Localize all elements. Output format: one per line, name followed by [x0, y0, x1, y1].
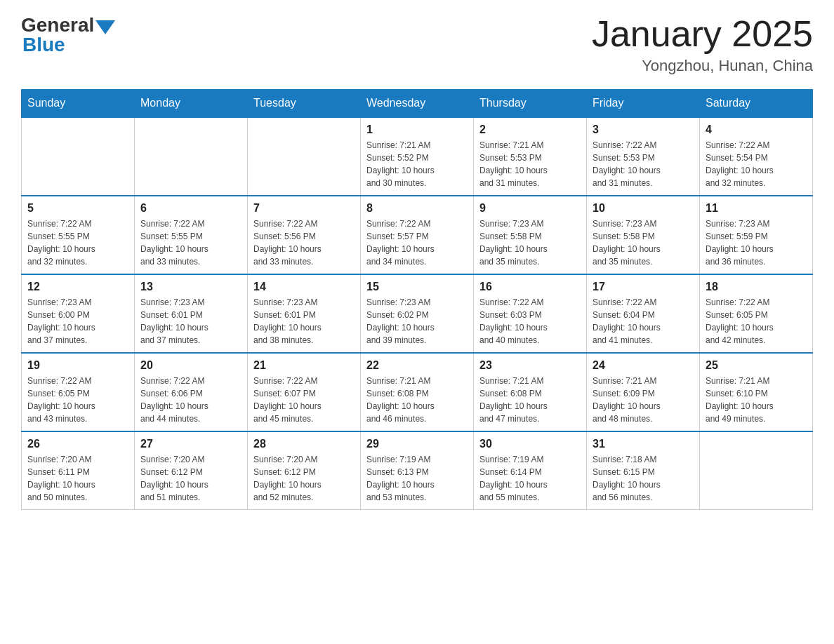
day-info-text: Sunrise: 7:23 AM Sunset: 6:01 PM Dayligh…	[253, 296, 355, 347]
day-number: 20	[140, 359, 241, 372]
day-cell: 5Sunrise: 7:22 AM Sunset: 5:55 PM Daylig…	[22, 196, 135, 274]
logo-triangle-icon	[95, 20, 115, 34]
day-cell: 20Sunrise: 7:22 AM Sunset: 6:06 PM Dayli…	[135, 353, 248, 431]
day-cell: 25Sunrise: 7:21 AM Sunset: 6:10 PM Dayli…	[700, 353, 813, 431]
week-row-2: 5Sunrise: 7:22 AM Sunset: 5:55 PM Daylig…	[22, 196, 813, 274]
day-info-text: Sunrise: 7:22 AM Sunset: 5:56 PM Dayligh…	[253, 217, 355, 268]
week-row-5: 26Sunrise: 7:20 AM Sunset: 6:11 PM Dayli…	[22, 431, 813, 510]
day-number: 24	[593, 359, 694, 372]
day-number: 15	[366, 281, 468, 293]
calendar-header-row: SundayMondayTuesdayWednesdayThursdayFrid…	[22, 90, 813, 118]
day-info-text: Sunrise: 7:23 AM Sunset: 5:58 PM Dayligh…	[593, 217, 694, 268]
day-info-text: Sunrise: 7:23 AM Sunset: 5:58 PM Dayligh…	[479, 217, 581, 268]
day-info-text: Sunrise: 7:22 AM Sunset: 5:54 PM Dayligh…	[706, 139, 807, 189]
day-cell: 10Sunrise: 7:23 AM Sunset: 5:58 PM Dayli…	[587, 196, 700, 274]
day-cell: 29Sunrise: 7:19 AM Sunset: 6:13 PM Dayli…	[361, 431, 474, 510]
day-number: 27	[140, 438, 241, 450]
location-subtitle: Yongzhou, Hunan, China	[592, 57, 813, 75]
day-info-text: Sunrise: 7:22 AM Sunset: 6:04 PM Dayligh…	[593, 296, 694, 347]
day-info-text: Sunrise: 7:20 AM Sunset: 6:12 PM Dayligh…	[253, 453, 355, 504]
day-number: 17	[593, 281, 694, 293]
day-cell: 16Sunrise: 7:22 AM Sunset: 6:03 PM Dayli…	[474, 274, 587, 353]
day-cell	[135, 117, 248, 196]
day-number: 7	[253, 202, 355, 215]
day-cell: 14Sunrise: 7:23 AM Sunset: 6:01 PM Dayli…	[248, 274, 361, 353]
day-info-text: Sunrise: 7:19 AM Sunset: 6:13 PM Dayligh…	[366, 453, 468, 504]
day-info-text: Sunrise: 7:21 AM Sunset: 5:52 PM Dayligh…	[366, 139, 468, 189]
day-number: 2	[479, 123, 581, 136]
day-info-text: Sunrise: 7:21 AM Sunset: 6:08 PM Dayligh…	[366, 375, 468, 425]
day-cell: 19Sunrise: 7:22 AM Sunset: 6:05 PM Dayli…	[22, 353, 135, 431]
day-cell: 7Sunrise: 7:22 AM Sunset: 5:56 PM Daylig…	[248, 196, 361, 274]
day-cell: 6Sunrise: 7:22 AM Sunset: 5:55 PM Daylig…	[135, 196, 248, 274]
day-info-text: Sunrise: 7:22 AM Sunset: 5:57 PM Dayligh…	[366, 217, 468, 268]
day-number: 25	[706, 359, 807, 372]
column-header-monday: Monday	[135, 90, 248, 118]
day-number: 11	[706, 202, 807, 215]
day-info-text: Sunrise: 7:18 AM Sunset: 6:15 PM Dayligh…	[593, 453, 694, 504]
week-row-3: 12Sunrise: 7:23 AM Sunset: 6:00 PM Dayli…	[22, 274, 813, 353]
day-cell	[22, 117, 135, 196]
day-info-text: Sunrise: 7:21 AM Sunset: 6:09 PM Dayligh…	[593, 375, 694, 425]
day-cell: 30Sunrise: 7:19 AM Sunset: 6:14 PM Dayli…	[474, 431, 587, 510]
day-cell: 26Sunrise: 7:20 AM Sunset: 6:11 PM Dayli…	[22, 431, 135, 510]
day-info-text: Sunrise: 7:23 AM Sunset: 6:01 PM Dayligh…	[140, 296, 241, 347]
day-info-text: Sunrise: 7:22 AM Sunset: 5:53 PM Dayligh…	[593, 139, 694, 189]
day-cell: 22Sunrise: 7:21 AM Sunset: 6:08 PM Dayli…	[361, 353, 474, 431]
day-info-text: Sunrise: 7:22 AM Sunset: 5:55 PM Dayligh…	[27, 217, 128, 268]
day-info-text: Sunrise: 7:19 AM Sunset: 6:14 PM Dayligh…	[479, 453, 581, 504]
day-number: 3	[593, 123, 694, 136]
day-number: 9	[479, 202, 581, 215]
day-number: 26	[27, 438, 128, 450]
day-cell: 21Sunrise: 7:22 AM Sunset: 6:07 PM Dayli…	[248, 353, 361, 431]
day-cell: 31Sunrise: 7:18 AM Sunset: 6:15 PM Dayli…	[587, 431, 700, 510]
day-number: 1	[366, 123, 468, 136]
day-number: 12	[27, 281, 128, 293]
day-info-text: Sunrise: 7:23 AM Sunset: 5:59 PM Dayligh…	[706, 217, 807, 268]
day-cell: 1Sunrise: 7:21 AM Sunset: 5:52 PM Daylig…	[361, 117, 474, 196]
day-info-text: Sunrise: 7:23 AM Sunset: 6:00 PM Dayligh…	[27, 296, 128, 347]
page-header: General Blue January 2025 Yongzhou, Huna…	[21, 14, 813, 75]
day-cell: 17Sunrise: 7:22 AM Sunset: 6:04 PM Dayli…	[587, 274, 700, 353]
day-number: 31	[593, 438, 694, 450]
day-cell: 18Sunrise: 7:22 AM Sunset: 6:05 PM Dayli…	[700, 274, 813, 353]
calendar-table: SundayMondayTuesdayWednesdayThursdayFrid…	[21, 89, 813, 510]
week-row-4: 19Sunrise: 7:22 AM Sunset: 6:05 PM Dayli…	[22, 353, 813, 431]
day-number: 19	[27, 359, 128, 372]
day-number: 21	[253, 359, 355, 372]
day-number: 18	[706, 281, 807, 293]
day-info-text: Sunrise: 7:21 AM Sunset: 6:10 PM Dayligh…	[706, 375, 807, 425]
title-block: January 2025 Yongzhou, Hunan, China	[592, 14, 813, 75]
day-number: 14	[253, 281, 355, 293]
day-cell: 12Sunrise: 7:23 AM Sunset: 6:00 PM Dayli…	[22, 274, 135, 353]
day-number: 16	[479, 281, 581, 293]
day-number: 6	[140, 202, 241, 215]
day-info-text: Sunrise: 7:23 AM Sunset: 6:02 PM Dayligh…	[366, 296, 468, 347]
day-info-text: Sunrise: 7:21 AM Sunset: 6:08 PM Dayligh…	[479, 375, 581, 425]
logo-blue-text: Blue	[22, 34, 65, 56]
day-number: 28	[253, 438, 355, 450]
day-number: 8	[366, 202, 468, 215]
day-number: 13	[140, 281, 241, 293]
day-info-text: Sunrise: 7:20 AM Sunset: 6:11 PM Dayligh…	[27, 453, 128, 504]
day-cell: 28Sunrise: 7:20 AM Sunset: 6:12 PM Dayli…	[248, 431, 361, 510]
day-number: 22	[366, 359, 468, 372]
day-info-text: Sunrise: 7:21 AM Sunset: 5:53 PM Dayligh…	[479, 139, 581, 189]
day-cell: 11Sunrise: 7:23 AM Sunset: 5:59 PM Dayli…	[700, 196, 813, 274]
day-cell	[700, 431, 813, 510]
day-cell: 23Sunrise: 7:21 AM Sunset: 6:08 PM Dayli…	[474, 353, 587, 431]
day-cell: 2Sunrise: 7:21 AM Sunset: 5:53 PM Daylig…	[474, 117, 587, 196]
day-info-text: Sunrise: 7:22 AM Sunset: 6:05 PM Dayligh…	[706, 296, 807, 347]
day-info-text: Sunrise: 7:22 AM Sunset: 6:05 PM Dayligh…	[27, 375, 128, 425]
column-header-tuesday: Tuesday	[248, 90, 361, 118]
column-header-sunday: Sunday	[22, 90, 135, 118]
column-header-saturday: Saturday	[700, 90, 813, 118]
week-row-1: 1Sunrise: 7:21 AM Sunset: 5:52 PM Daylig…	[22, 117, 813, 196]
day-info-text: Sunrise: 7:20 AM Sunset: 6:12 PM Dayligh…	[140, 453, 241, 504]
column-header-friday: Friday	[587, 90, 700, 118]
day-cell	[248, 117, 361, 196]
column-header-thursday: Thursday	[474, 90, 587, 118]
day-cell: 9Sunrise: 7:23 AM Sunset: 5:58 PM Daylig…	[474, 196, 587, 274]
day-cell: 4Sunrise: 7:22 AM Sunset: 5:54 PM Daylig…	[700, 117, 813, 196]
day-number: 30	[479, 438, 581, 450]
